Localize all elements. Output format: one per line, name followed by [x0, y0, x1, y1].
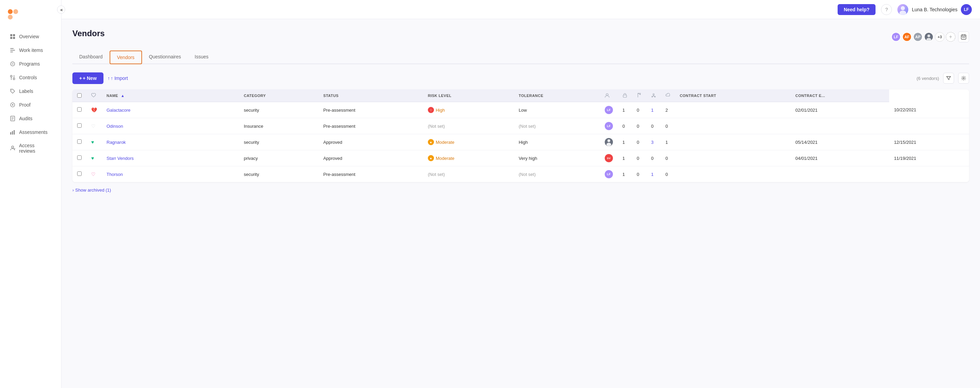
sidebar-collapse-button[interactable]: ◀	[57, 5, 65, 14]
select-all-checkbox[interactable]	[77, 93, 82, 98]
tab-dashboard[interactable]: Dashboard	[72, 51, 110, 64]
sidebar-item-label: Audits	[19, 116, 32, 121]
settings-button[interactable]	[958, 73, 969, 84]
collaborator-count-badge[interactable]: +3	[935, 32, 945, 42]
sidebar-item-label: Programs	[19, 61, 40, 67]
row-vendor-icon: ♡	[86, 118, 102, 134]
svg-point-14	[13, 78, 15, 80]
svg-point-12	[12, 63, 14, 65]
row-vendor-name[interactable]: Odinson	[102, 118, 239, 134]
tab-vendors[interactable]: Vendors	[110, 51, 142, 64]
row-checkbox[interactable]	[72, 102, 86, 118]
th-cloud	[661, 89, 675, 102]
labels-icon	[10, 88, 16, 94]
th-contract-end: CONTRACT E...	[791, 89, 889, 102]
svg-point-30	[926, 38, 931, 41]
sidebar-item-label: Assessments	[19, 129, 48, 135]
row-vendor-name[interactable]: Starr Vendors	[102, 150, 239, 166]
th-heart	[86, 89, 102, 102]
row-risk-level: ● Moderate	[423, 134, 514, 150]
row-c2: 0	[632, 102, 646, 118]
import-label: ↑ Import	[111, 75, 128, 81]
add-collaborator-button[interactable]: +	[946, 32, 955, 42]
row-c3[interactable]: 1	[646, 102, 661, 118]
row-c4: 1	[661, 134, 675, 150]
sidebar-item-label: Controls	[19, 75, 37, 80]
row-assignee: LF	[600, 118, 618, 134]
sidebar-item-controls[interactable]: Controls	[3, 71, 58, 84]
th-checkbox	[72, 89, 86, 102]
row-assignee: SV	[600, 150, 618, 166]
show-archived-button[interactable]: › Show archived (1)	[72, 188, 111, 192]
new-vendor-button[interactable]: + + New	[72, 72, 103, 84]
sidebar-item-label: Labels	[19, 89, 33, 94]
row-c3[interactable]: 1	[646, 166, 661, 182]
vendors-table: NAME ▲ CATEGORY STATUS RISK LEVEL TOLERA…	[72, 89, 969, 182]
row-status: Approved	[318, 134, 423, 150]
tab-questionnaires[interactable]: Questionnaires	[142, 51, 188, 64]
svg-point-39	[606, 94, 608, 95]
svg-point-28	[899, 11, 906, 15]
svg-point-45	[606, 143, 611, 146]
help-circle-button[interactable]: ?	[881, 4, 892, 15]
access-reviews-icon	[10, 145, 16, 151]
svg-rect-24	[10, 132, 11, 135]
user-menu[interactable]: Luna B. Technologies LF	[897, 4, 972, 15]
svg-point-27	[901, 6, 905, 10]
svg-rect-3	[10, 34, 12, 36]
user-name-label: Luna B. Technologies	[912, 7, 958, 12]
row-c1: 1	[618, 102, 632, 118]
svg-rect-37	[964, 37, 965, 38]
row-risk-level: (Not set)	[423, 118, 514, 134]
th-name[interactable]: NAME ▲	[102, 89, 239, 102]
row-vendor-name[interactable]: Galactacore	[102, 102, 239, 118]
row-c5	[675, 134, 791, 150]
row-vendor-icon: ♥	[86, 150, 102, 166]
sidebar-item-label: Proof	[19, 102, 30, 108]
calendar-button[interactable]	[958, 32, 969, 42]
row-vendor-icon: 💔	[86, 102, 102, 118]
row-c4: 0	[661, 150, 675, 166]
question-icon: ?	[885, 7, 888, 12]
controls-icon	[10, 75, 16, 81]
sidebar-item-assessments[interactable]: Assessments	[3, 126, 58, 139]
row-checkbox[interactable]	[72, 118, 86, 134]
row-c3[interactable]: 3	[646, 134, 661, 150]
app-logo[interactable]	[0, 5, 61, 30]
row-vendor-name[interactable]: Ragnarok	[102, 134, 239, 150]
sidebar-item-proof[interactable]: Proof	[3, 99, 58, 111]
sidebar-item-work-items[interactable]: Work items	[3, 44, 58, 57]
row-status: Pre-assessment	[318, 102, 423, 118]
row-c2: 0	[632, 166, 646, 182]
svg-rect-35	[962, 37, 963, 38]
row-status: Approved	[318, 150, 423, 166]
sidebar-item-overview[interactable]: Overview	[3, 30, 58, 43]
row-contract-start: 05/14/2021	[791, 134, 889, 150]
row-checkbox[interactable]	[72, 166, 86, 182]
sidebar-item-audits[interactable]: Audits	[3, 112, 58, 125]
chevron-down-icon: ›	[72, 188, 74, 192]
import-button[interactable]: ↑ ↑ Import	[108, 75, 128, 81]
programs-icon	[10, 61, 16, 67]
th-network	[646, 89, 661, 102]
new-label: + New	[83, 75, 97, 81]
row-checkbox[interactable]	[72, 150, 86, 166]
tab-issues[interactable]: Issues	[188, 51, 215, 64]
sidebar-item-access-reviews[interactable]: Access reviews	[3, 139, 58, 157]
filter-button[interactable]	[943, 73, 954, 84]
collaborator-avatar-lf: LF	[891, 32, 901, 42]
row-tolerance: Very high	[514, 150, 600, 166]
help-button[interactable]: Need help?	[838, 4, 875, 15]
row-checkbox[interactable]	[72, 134, 86, 150]
sidebar-item-label: Work items	[19, 48, 43, 53]
table-row: ♡ Odinson Insurance Pre-assessment (Not …	[72, 118, 969, 134]
sidebar-item-labels[interactable]: Labels	[3, 85, 58, 98]
sidebar-item-programs[interactable]: Programs	[3, 57, 58, 70]
row-vendor-name[interactable]: Thorson	[102, 166, 239, 182]
svg-point-13	[11, 75, 12, 77]
row-status: Pre-assessment	[318, 118, 423, 134]
th-tolerance: TOLERANCE	[514, 89, 600, 102]
svg-point-19	[12, 104, 13, 105]
table-row: ♥ Ragnarok security Approved ● Moderate …	[72, 134, 969, 150]
row-c2: 0	[632, 150, 646, 166]
